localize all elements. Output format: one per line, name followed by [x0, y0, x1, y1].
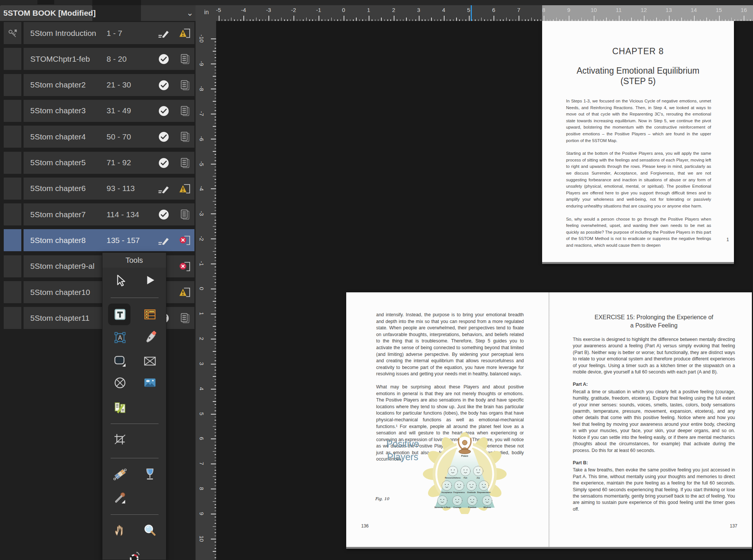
chapter-open-indicator-cell[interactable]: [4, 178, 21, 200]
chapter-status-2: [179, 260, 191, 273]
zoom-tool-icon[interactable]: [142, 522, 158, 539]
chapter-name: 5Stom chapter2: [30, 80, 107, 89]
picture-box-tool: [143, 354, 157, 368]
ruler-tick-label: 1: [196, 307, 208, 320]
ruler-tick-label: 1: [361, 7, 376, 13]
chapter-status-2: [179, 53, 191, 65]
ruler-tick-label: 8: [196, 482, 208, 495]
eyedropper-tool-icon[interactable]: [112, 490, 128, 507]
chapter-row-main[interactable]: 5Stom chapter8135 - 157: [24, 229, 194, 251]
horizontal-ruler[interactable]: -5-4-3-2-1012345678910111213141516: [196, 5, 753, 21]
rotate-tool-icon[interactable]: [126, 549, 143, 560]
chapter-row-main[interactable]: 5Stom chapter221 - 30: [24, 74, 194, 96]
chapter-row-main[interactable]: 5Stom chapter571 - 92: [24, 152, 194, 174]
pages-icon: [179, 312, 191, 324]
document-canvas[interactable]: CHAPTER 8 Activating Emotional Equilibri…: [216, 21, 753, 560]
chapter-row-main[interactable]: 5Stom chapter693 - 113: [24, 178, 194, 200]
image-tool-icon[interactable]: [142, 375, 158, 391]
tools-panel-titlebar[interactable]: Tools: [102, 253, 166, 268]
chapter-open-indicator-cell[interactable]: [4, 203, 21, 225]
check-circle-icon: [157, 130, 170, 143]
oval-box-tool-icon[interactable]: [112, 375, 128, 391]
direct-selection-tool-icon[interactable]: [142, 273, 158, 289]
book-chapter-row[interactable]: 5Stom chapter450 - 70: [0, 126, 196, 148]
composition-tool-icon[interactable]: [112, 400, 128, 416]
book-chapter-row[interactable]: 5Stom chapter8135 - 157: [0, 229, 196, 251]
book-chapter-row[interactable]: 5Stom chapter693 - 113: [0, 178, 196, 200]
chapter-open-indicator-cell[interactable]: [4, 255, 21, 277]
gradient-tool-icon[interactable]: [112, 466, 128, 482]
text-frame-tool-icon[interactable]: A: [112, 329, 128, 346]
book-panel-header: 5STOM BOOK [Modified] ⌄: [0, 5, 196, 21]
ruler-tick-label: 14: [686, 7, 701, 13]
paragraph: and intensify. Instead, the purpose is t…: [376, 312, 524, 378]
ruler-tick-label: 7: [196, 457, 208, 470]
chapter-status-1: [157, 53, 170, 65]
chapter-row-main[interactable]: STOMChptr1-feb8 - 20: [24, 48, 194, 70]
check-circle-icon: [157, 157, 170, 169]
document-spread[interactable]: and intensify. Instead, the purpose is t…: [346, 292, 752, 549]
zoom-tool: [143, 523, 157, 538]
book-panel-title: 5STOM BOOK [Modified]: [0, 9, 96, 18]
chapter-open-indicator-cell[interactable]: [4, 48, 21, 70]
paragraph: This exercise is designed to highlight t…: [573, 336, 735, 375]
glass-tool-icon[interactable]: [142, 466, 158, 482]
chapter-row-main[interactable]: 5Stom chapter331 - 49: [24, 100, 194, 122]
player-label: Wisdom: [483, 506, 491, 508]
selection-tool-icon[interactable]: [112, 273, 128, 289]
chapter-open-indicator-cell[interactable]: [4, 229, 21, 251]
vertical-ruler[interactable]: -10-9-8-7-6-5-4-3-2-1012345678910: [196, 21, 216, 560]
picture-box-tool-icon[interactable]: [142, 353, 158, 369]
type-tool-icon[interactable]: [112, 306, 128, 323]
book-chapter-row[interactable]: 5Stom chapter331 - 49: [0, 100, 196, 122]
book-chapter-row[interactable]: STOMChptr1-feb8 - 20: [0, 48, 196, 70]
table-tool-icon[interactable]: [142, 306, 158, 323]
ruler-corner: in: [196, 5, 216, 21]
chapter-row-main[interactable]: 5Stom chapter450 - 70: [24, 126, 194, 148]
paragraph: So, why would a person choose to go thro…: [566, 216, 711, 249]
application-window: 5STOM BOOK [Modified] ⌄ 5Stom Introducti…: [0, 0, 753, 560]
chapter-status-1: [157, 27, 170, 40]
chapter-row-main[interactable]: 5Stom chapter7114 - 134: [24, 203, 194, 225]
edit-pencil-icon: [157, 182, 170, 195]
book-chapter-row[interactable]: 5Stom chapter571 - 92: [0, 152, 196, 174]
chapter-open-indicator-cell[interactable]: [4, 152, 21, 174]
book-panel-tab[interactable]: 5STOM BOOK [Modified]: [0, 5, 92, 21]
chapter-open-indicator-cell[interactable]: [4, 126, 21, 148]
book-chapter-row[interactable]: 5Stom chapter7114 - 134: [0, 203, 196, 225]
ruler-tick-label: 9: [561, 7, 576, 13]
chapter-open-indicator-cell[interactable]: [4, 22, 21, 44]
chapter-open-indicator-cell[interactable]: [4, 100, 21, 122]
tools-panel: Tools A: [102, 252, 166, 560]
chapter-subtitle-line2: (STEP 5): [542, 76, 734, 86]
player-label: Gratitude: [467, 491, 476, 493]
chapter-status-2: [179, 182, 191, 195]
chapter-name: 5Stom chapter8: [30, 236, 107, 245]
chapter-open-indicator-cell[interactable]: [4, 307, 21, 329]
chevron-down-icon[interactable]: ⌄: [185, 7, 195, 19]
box-tool-icon[interactable]: [112, 353, 128, 369]
player-label: Courage: [453, 506, 461, 508]
hand-tool-icon[interactable]: [112, 522, 128, 539]
page-number: 136: [361, 523, 369, 529]
crop-tool-icon[interactable]: [112, 431, 128, 448]
ruler-tick-label: 10: [196, 532, 208, 545]
edit-pencil-icon: [157, 27, 170, 40]
part-a-label: Part A:: [573, 381, 735, 388]
player-face-icon: [467, 496, 477, 505]
chapter-name: 5Stom chapter6: [30, 184, 107, 193]
warning-page-icon: [179, 182, 191, 195]
chapter-status-2: [179, 312, 191, 324]
chapter-open-indicator-cell[interactable]: [4, 281, 21, 303]
chapter-row-main[interactable]: 5Stom Introduction1 - 7: [24, 22, 194, 44]
player-label: Surrender & Rest: [434, 506, 451, 508]
ruler-tick-label: 4: [436, 7, 451, 13]
table-tool: [143, 307, 157, 321]
pages-icon: [179, 130, 191, 143]
book-chapter-row[interactable]: 5Stom chapter221 - 30: [0, 74, 196, 96]
pen-tool-icon[interactable]: [142, 329, 158, 346]
ruler-unit-label: in: [204, 9, 209, 16]
document-page-chapter8[interactable]: CHAPTER 8 Activating Emotional Equilibri…: [542, 21, 734, 264]
chapter-open-indicator-cell[interactable]: [4, 74, 21, 96]
book-chapter-row[interactable]: 5Stom Introduction1 - 7: [0, 22, 196, 44]
